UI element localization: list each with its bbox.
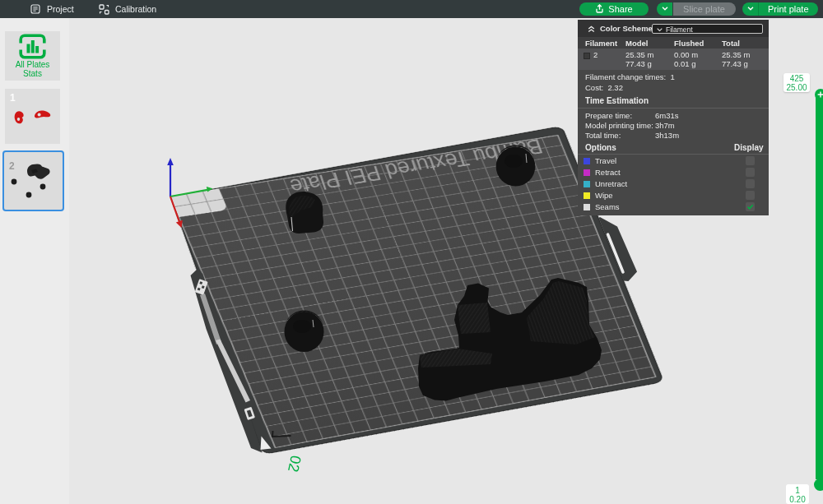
svg-text:02: 02 xyxy=(285,454,305,474)
